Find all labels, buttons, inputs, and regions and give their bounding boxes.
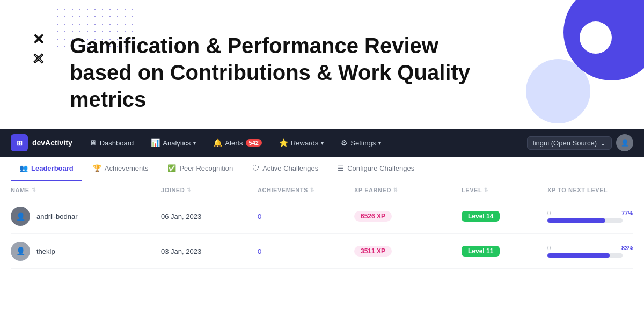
row2-progress-labels: 0 83% bbox=[547, 245, 633, 251]
joined-sort-icon: ⇅ bbox=[187, 187, 192, 193]
row2-xp-earned: 3511 XP bbox=[354, 246, 462, 257]
analytics-chevron-icon: ▾ bbox=[193, 140, 196, 146]
row1-username[interactable]: andrii-bodnar bbox=[36, 213, 78, 221]
nav-analytics[interactable]: 📊 Analytics ▾ bbox=[144, 129, 202, 157]
repo-selector-label: lingui (Open Source) bbox=[533, 139, 597, 147]
level-sort-icon: ⇅ bbox=[484, 187, 489, 193]
tab-active-challenges[interactable]: 🛡 Active Challenges bbox=[244, 157, 327, 181]
col-level[interactable]: LEVEL ⇅ bbox=[462, 187, 547, 193]
configure-challenges-tab-icon: ☰ bbox=[338, 164, 344, 172]
row2-username[interactable]: thekip bbox=[36, 247, 55, 255]
tab-achievements[interactable]: 🏆 Achievements bbox=[84, 157, 157, 181]
row2-progress-pct: 83% bbox=[621, 245, 633, 251]
peer-recognition-tab-icon: ✅ bbox=[167, 164, 176, 172]
repo-selector[interactable]: lingui (Open Source) ⌄ bbox=[527, 136, 612, 150]
alerts-badge: 542 bbox=[246, 139, 262, 147]
table-row: 👤 andrii-bodnar 06 Jan, 2023 0 6526 XP L… bbox=[11, 199, 633, 234]
tabs-bar: 👥 Leaderboard 🏆 Achievements ✅ Peer Reco… bbox=[0, 157, 644, 181]
settings-icon: ⚙ bbox=[341, 138, 348, 147]
row1-progress-bar-fill bbox=[547, 218, 605, 223]
row2-progress-bar-fill bbox=[547, 253, 610, 258]
row2-avatar: 👤 bbox=[11, 241, 30, 261]
achievements-sort-icon: ⇅ bbox=[310, 187, 315, 193]
row1-user-cell: 👤 andrii-bodnar bbox=[11, 207, 161, 226]
hero-title-line2: based on Contributions & Work Quality bbox=[70, 61, 470, 84]
tab-leaderboard[interactable]: 👥 Leaderboard bbox=[11, 157, 82, 181]
row1-joined: 06 Jan, 2023 bbox=[161, 213, 258, 221]
bell-icon: 🔔 bbox=[213, 138, 222, 147]
nav-rewards[interactable]: ⭐ Rewards ▾ bbox=[273, 129, 330, 157]
brand[interactable]: ⊞ devActivity bbox=[11, 134, 72, 151]
row2-progress-bar-bg bbox=[547, 253, 623, 258]
rewards-chevron-icon: ▾ bbox=[321, 140, 324, 146]
xp-earned-sort-icon: ⇅ bbox=[393, 187, 398, 193]
row1-achievements: 0 bbox=[258, 213, 354, 221]
tab-configure-challenges[interactable]: ☰ Configure Challenges bbox=[329, 157, 423, 181]
row2-xp-badge: 3511 XP bbox=[354, 246, 392, 257]
name-sort-icon: ⇅ bbox=[32, 187, 36, 193]
col-xp-earned[interactable]: XP EARNED ⇅ bbox=[354, 187, 462, 193]
row2-user-cell: 👤 thekip bbox=[11, 241, 161, 261]
user-avatar[interactable]: 👤 bbox=[616, 134, 633, 151]
row2-joined: 03 Jan, 2023 bbox=[161, 247, 258, 255]
table-header: NAME ⇅ JOINED ⇅ ACHIEVEMENTS ⇅ XP EARNED… bbox=[11, 181, 633, 199]
x-icon-solid: ✕ bbox=[32, 32, 45, 47]
nav-alerts[interactable]: 🔔 Alerts 542 bbox=[207, 129, 268, 157]
row1-progress-pct: 77% bbox=[621, 210, 633, 216]
analytics-icon: 📊 bbox=[151, 138, 160, 147]
row1-avatar: 👤 bbox=[11, 207, 30, 226]
achievements-tab-icon: 🏆 bbox=[93, 164, 101, 172]
leaderboard-table: NAME ⇅ JOINED ⇅ ACHIEVEMENTS ⇅ XP EARNED… bbox=[0, 181, 644, 269]
monitor-icon: 🖥 bbox=[90, 138, 97, 147]
repo-selector-chevron-icon: ⌄ bbox=[600, 139, 606, 147]
col-joined[interactable]: JOINED ⇅ bbox=[161, 187, 258, 193]
row2-level: Level 11 bbox=[462, 246, 547, 257]
col-name[interactable]: NAME ⇅ bbox=[11, 187, 161, 193]
table-row: 👤 thekip 03 Jan, 2023 0 3511 XP Level 11… bbox=[11, 234, 633, 269]
row1-level: Level 14 bbox=[462, 211, 547, 222]
row1-level-badge: Level 14 bbox=[462, 211, 500, 222]
row2-achievements: 0 bbox=[258, 247, 354, 255]
row2-progress-cell: 0 83% bbox=[547, 245, 633, 258]
row2-level-badge: Level 11 bbox=[462, 246, 500, 257]
hero-title: Gamification & Performance Review based … bbox=[70, 32, 612, 113]
active-challenges-tab-icon: 🛡 bbox=[252, 164, 259, 172]
star-icon: ⭐ bbox=[279, 138, 288, 147]
col-xp-next-level: XP TO NEXT LEVEL bbox=[547, 187, 633, 193]
col-achievements[interactable]: ACHIEVEMENTS ⇅ bbox=[258, 187, 354, 193]
row1-progress-bar-bg bbox=[547, 218, 623, 223]
hero-title-line1: Gamification & Performance Review bbox=[70, 34, 438, 57]
row1-progress-labels: 0 77% bbox=[547, 210, 633, 216]
brand-name: devActivity bbox=[32, 138, 72, 147]
hero-icons: ✕ ✕ bbox=[32, 32, 45, 67]
row1-progress-cell: 0 77% bbox=[547, 210, 633, 223]
hero-section: ✕ ✕ Gamification & Performance Review ba… bbox=[0, 0, 644, 129]
row1-progress-from: 0 bbox=[547, 210, 551, 216]
navbar: ⊞ devActivity 🖥 Dashboard 📊 Analytics ▾ … bbox=[0, 129, 644, 157]
leaderboard-tab-icon: 👥 bbox=[19, 164, 28, 172]
settings-chevron-icon: ▾ bbox=[378, 140, 381, 146]
tab-peer-recognition[interactable]: ✅ Peer Recognition bbox=[159, 157, 241, 181]
hero-title-line3: metrics bbox=[70, 87, 146, 111]
row1-xp-badge: 6526 XP bbox=[354, 211, 392, 222]
brand-logo: ⊞ bbox=[11, 134, 28, 151]
x-icon-outline: ✕ bbox=[32, 52, 45, 67]
nav-dashboard[interactable]: 🖥 Dashboard bbox=[83, 129, 141, 157]
row1-xp-earned: 6526 XP bbox=[354, 211, 462, 222]
row2-progress-from: 0 bbox=[547, 245, 551, 251]
nav-settings[interactable]: ⚙ Settings ▾ bbox=[334, 129, 387, 157]
